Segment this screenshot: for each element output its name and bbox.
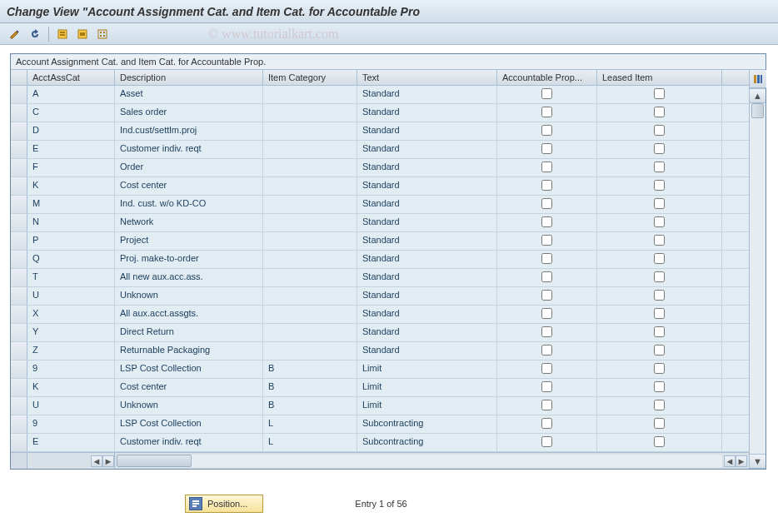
- cell-text[interactable]: Standard: [357, 104, 497, 122]
- cell-leased-item[interactable]: [597, 434, 722, 451]
- header-acctasscat[interactable]: AcctAssCat: [27, 70, 115, 85]
- cell-description[interactable]: Returnable Packaging: [115, 342, 263, 360]
- cell-item-category[interactable]: [263, 342, 357, 360]
- table-row[interactable]: DInd.cust/settlm.projStandard: [11, 122, 749, 141]
- cell-item-category[interactable]: L: [263, 434, 357, 451]
- table-row[interactable]: YDirect ReturnStandard: [11, 324, 749, 342]
- leased-item-checkbox[interactable]: [654, 363, 665, 374]
- cell-description[interactable]: Unknown: [115, 287, 263, 305]
- row-selector[interactable]: [11, 122, 27, 140]
- cell-leased-item[interactable]: [597, 269, 722, 286]
- accountable-prop-checkbox[interactable]: [541, 235, 552, 246]
- deselect-icon[interactable]: [94, 26, 111, 42]
- accountable-prop-checkbox[interactable]: [541, 271, 552, 282]
- table-row[interactable]: UUnknownBLimit: [11, 397, 749, 415]
- cell-accountable-prop[interactable]: [497, 141, 597, 158]
- row-selector[interactable]: [11, 251, 27, 268]
- accountable-prop-checkbox[interactable]: [541, 436, 552, 447]
- leased-item-checkbox[interactable]: [654, 290, 665, 301]
- cell-text[interactable]: Standard: [357, 287, 497, 305]
- hscroll-track[interactable]: [117, 455, 722, 467]
- undo-icon[interactable]: [27, 26, 43, 42]
- leased-item-checkbox[interactable]: [654, 235, 665, 246]
- leased-item-checkbox[interactable]: [654, 180, 665, 191]
- accountable-prop-checkbox[interactable]: [541, 143, 552, 154]
- cell-acctasscat[interactable]: U: [27, 287, 115, 305]
- cell-description[interactable]: All aux.acct.assgts.: [115, 306, 263, 323]
- cell-acctasscat[interactable]: 9: [27, 360, 115, 378]
- cell-description[interactable]: Customer indiv. reqt: [115, 141, 263, 158]
- table-row[interactable]: UUnknownStandard: [11, 287, 749, 306]
- leased-item-checkbox[interactable]: [654, 400, 665, 410]
- row-selector[interactable]: [11, 86, 27, 103]
- cell-item-category[interactable]: [263, 251, 357, 268]
- leased-item-checkbox[interactable]: [654, 107, 665, 117]
- cell-leased-item[interactable]: [597, 232, 722, 250]
- hscroll-thumb[interactable]: [117, 455, 192, 467]
- vscroll-track[interactable]: [750, 103, 766, 454]
- cell-description[interactable]: Network: [115, 214, 263, 231]
- cell-text[interactable]: Subcontracting: [357, 434, 497, 451]
- table-row[interactable]: AAssetStandard: [11, 86, 749, 104]
- cell-accountable-prop[interactable]: [497, 415, 597, 433]
- row-selector[interactable]: [11, 415, 27, 433]
- row-selector[interactable]: [11, 379, 27, 396]
- cell-text[interactable]: Standard: [357, 269, 497, 286]
- table-row[interactable]: MInd. cust. w/o KD-COStandard: [11, 196, 749, 214]
- cell-accountable-prop[interactable]: [497, 86, 597, 103]
- header-item-category[interactable]: Item Category: [263, 70, 357, 85]
- position-button[interactable]: Position...: [185, 495, 263, 513]
- leased-item-checkbox[interactable]: [654, 308, 665, 319]
- accountable-prop-checkbox[interactable]: [541, 198, 552, 209]
- table-row[interactable]: CSales orderStandard: [11, 104, 749, 122]
- row-selector[interactable]: [11, 306, 27, 323]
- cell-text[interactable]: Standard: [357, 86, 497, 103]
- leased-item-checkbox[interactable]: [654, 198, 665, 209]
- accountable-prop-checkbox[interactable]: [541, 400, 552, 410]
- cell-accountable-prop[interactable]: [497, 232, 597, 250]
- cell-text[interactable]: Limit: [357, 360, 497, 378]
- row-selector[interactable]: [11, 397, 27, 415]
- cell-item-category[interactable]: [263, 122, 357, 140]
- hscroll-right2-icon[interactable]: ►: [736, 455, 747, 467]
- vscroll-thumb[interactable]: [751, 103, 764, 118]
- cell-text[interactable]: Standard: [357, 232, 497, 250]
- row-selector[interactable]: [11, 177, 27, 195]
- row-selector[interactable]: [11, 324, 27, 341]
- cell-accountable-prop[interactable]: [497, 177, 597, 195]
- cell-accountable-prop[interactable]: [497, 122, 597, 140]
- header-text[interactable]: Text: [357, 70, 497, 85]
- leased-item-checkbox[interactable]: [654, 253, 665, 264]
- cell-acctasscat[interactable]: Z: [27, 342, 115, 360]
- table-row[interactable]: PProjectStandard: [11, 232, 749, 251]
- configure-columns-icon[interactable]: [750, 70, 766, 88]
- cell-text[interactable]: Standard: [357, 159, 497, 177]
- cell-leased-item[interactable]: [597, 397, 722, 415]
- cell-leased-item[interactable]: [597, 122, 722, 140]
- cell-text[interactable]: Standard: [357, 196, 497, 213]
- change-icon[interactable]: [7, 26, 23, 42]
- header-description[interactable]: Description: [115, 70, 263, 85]
- header-leased-item[interactable]: Leased Item: [597, 70, 722, 85]
- cell-acctasscat[interactable]: E: [27, 141, 115, 158]
- hscroll-right-icon[interactable]: ►: [102, 455, 114, 467]
- cell-item-category[interactable]: [263, 232, 357, 250]
- cell-acctasscat[interactable]: F: [27, 159, 115, 177]
- row-selector[interactable]: [11, 342, 27, 360]
- cell-accountable-prop[interactable]: [497, 269, 597, 286]
- cell-text[interactable]: Limit: [357, 379, 497, 396]
- cell-acctasscat[interactable]: Q: [27, 251, 115, 268]
- leased-item-checkbox[interactable]: [654, 271, 665, 282]
- row-selector[interactable]: [11, 141, 27, 158]
- hscroll-left-icon[interactable]: ◄: [91, 455, 102, 467]
- cell-leased-item[interactable]: [597, 379, 722, 396]
- cell-leased-item[interactable]: [597, 342, 722, 360]
- cell-item-category[interactable]: [263, 269, 357, 286]
- table-row[interactable]: ZReturnable PackagingStandard: [11, 342, 749, 360]
- row-selector[interactable]: [11, 159, 27, 177]
- row-selector[interactable]: [11, 232, 27, 250]
- cell-item-category[interactable]: B: [263, 397, 357, 415]
- cell-description[interactable]: Project: [115, 232, 263, 250]
- table-row[interactable]: TAll new aux.acc.ass.Standard: [11, 269, 749, 287]
- cell-item-category[interactable]: L: [263, 415, 357, 433]
